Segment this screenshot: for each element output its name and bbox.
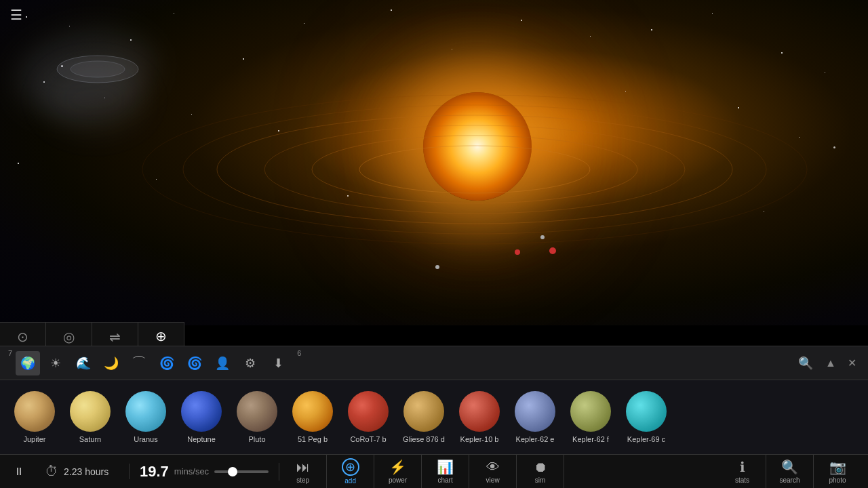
space-background <box>0 0 868 325</box>
kepler62f-sphere <box>570 391 611 432</box>
control-bar: ⏸ ⏱ 2.23 hours 19.7 mins/sec ⏭ step ⊕ ad… <box>0 454 868 488</box>
time-value: 2.23 hours <box>64 466 108 477</box>
sim-label: sim <box>535 476 546 484</box>
stats-label: stats <box>735 476 749 484</box>
gliese876d-label: Gliese 876 d <box>403 435 445 443</box>
tool-bar: 7 🌍 ☀ 🌊 🌙 ⌒ 🌀 🌀 👤 ⚙ ⬇ 6 🔍 ▲ ✕ <box>0 346 868 380</box>
planet-neptune[interactable]: Neptune <box>174 388 229 447</box>
view-icon: 👁 <box>486 460 500 475</box>
view-label: view <box>486 476 500 484</box>
jupiter-sphere <box>14 391 55 432</box>
tool-arrows: ▲ ✕ <box>821 354 861 373</box>
uranus-label: Uranus <box>134 435 157 443</box>
speed-value: 19.7 <box>140 463 169 481</box>
tool-planet[interactable]: 🌍 <box>16 351 40 375</box>
planet-kepler69c[interactable]: Kepler-69 c <box>618 388 674 447</box>
tool-rings[interactable]: ⚙ <box>238 351 262 375</box>
kepler62e-label: Kepler-62 e <box>516 435 555 443</box>
jupiter-label: Jupiter <box>23 435 45 443</box>
planet-gliese876d[interactable]: Gliese 876 d <box>396 388 452 447</box>
corot7b-sphere <box>348 391 389 432</box>
planet-selector: Jupiter Saturn Uranus Neptune Pluto 51 P… <box>0 380 868 454</box>
tool-wave[interactable]: 🌊 <box>71 351 96 375</box>
uranus-sphere <box>125 391 166 432</box>
kepler10b-sphere <box>459 391 500 432</box>
corot7b-label: CoRoT-7 b <box>350 435 386 443</box>
speed-slider[interactable] <box>214 470 269 473</box>
tool-sun[interactable]: ☀ <box>43 351 68 375</box>
tool-gravity[interactable]: ⬇ <box>266 351 290 375</box>
step-icon: ⏭ <box>296 460 310 475</box>
tool-vortex[interactable]: 🌀 <box>155 351 179 375</box>
launch-icon: ⊕ <box>155 328 167 344</box>
search-label: search <box>779 476 800 484</box>
tool-search: 🔍 ▲ ✕ <box>793 351 861 375</box>
kepler69c-sphere <box>626 391 667 432</box>
photo-button[interactable]: 📷 photo <box>814 455 861 489</box>
close-tool[interactable]: ✕ <box>842 354 861 373</box>
tool-person[interactable]: 👤 <box>210 351 235 375</box>
planet-corot7b[interactable]: CoRoT-7 b <box>340 388 396 447</box>
bottom-area: 7 🌍 ☀ 🌊 🌙 ⌒ 🌀 🌀 👤 ⚙ ⬇ 6 🔍 ▲ ✕ Jupiter Sa… <box>0 346 868 488</box>
kepler10b-label: Kepler-10 b <box>460 435 499 443</box>
pluto-sphere <box>237 391 277 432</box>
power-icon: ⚡ <box>389 459 406 475</box>
saturn-sphere <box>70 391 111 432</box>
planet-jupiter[interactable]: Jupiter <box>7 388 62 447</box>
step-button[interactable]: ⏭ step <box>279 455 327 489</box>
kepler62e-sphere <box>515 391 555 432</box>
planet-51pegb[interactable]: 51 Peg b <box>285 388 340 447</box>
view-button[interactable]: 👁 view <box>469 455 517 489</box>
speed-unit: mins/sec <box>174 466 209 476</box>
tool-moon[interactable]: 🌙 <box>99 351 123 375</box>
power-button[interactable]: ⚡ power <box>374 455 422 489</box>
stats-button[interactable]: ℹ stats <box>719 455 766 489</box>
planet-kepler10b[interactable]: Kepler-10 b <box>452 388 507 447</box>
gliese876d-sphere <box>403 391 444 432</box>
add-icon: ⊕ <box>342 458 359 476</box>
neptune-label: Neptune <box>187 435 216 443</box>
chart-button[interactable]: 📊 chart <box>422 455 469 489</box>
sun <box>423 92 532 201</box>
photo-label: photo <box>829 476 846 484</box>
photo-icon: 📷 <box>829 459 846 475</box>
step-label: step <box>296 476 309 484</box>
badge-7: 7 <box>8 349 12 357</box>
neptune-sphere <box>181 391 222 432</box>
sim-button[interactable]: ⏺ sim <box>517 455 564 489</box>
pluto-label: Pluto <box>248 435 265 443</box>
tool-galaxy[interactable]: 🌀 <box>182 351 207 375</box>
pause-button[interactable]: ⏸ <box>7 460 31 484</box>
search-icon: 🔍 <box>781 459 798 475</box>
51pegb-sphere <box>292 391 333 432</box>
chart-icon: 📊 <box>437 459 454 475</box>
clock-icon: ⏱ <box>45 464 58 479</box>
add-button[interactable]: ⊕ add <box>327 455 374 489</box>
planet-kepler62e[interactable]: Kepler-62 e <box>507 388 563 447</box>
stats-icon: ℹ <box>740 459 745 475</box>
planet-uranus[interactable]: Uranus <box>118 388 174 447</box>
search-tool-icon[interactable]: 🔍 <box>793 351 818 375</box>
orbit-icon: ◎ <box>63 329 75 345</box>
kepler62f-label: Kepler-62 f <box>572 435 609 443</box>
saturn-label: Saturn <box>79 435 101 443</box>
power-label: power <box>389 476 407 484</box>
still-icon: ⊙ <box>17 329 28 345</box>
time-display: ⏱ 2.23 hours <box>35 464 130 479</box>
planet-pluto[interactable]: Pluto <box>229 388 285 447</box>
sim-icon: ⏺ <box>534 460 547 475</box>
tool-comet[interactable]: ⌒ <box>127 351 151 375</box>
speed-display: 19.7 mins/sec <box>130 463 279 481</box>
kepler69c-label: Kepler-69 c <box>627 435 665 443</box>
chart-label: chart <box>438 476 453 484</box>
planet-saturn[interactable]: Saturn <box>62 388 118 447</box>
search-button[interactable]: 🔍 search <box>766 455 814 489</box>
arrow-up[interactable]: ▲ <box>821 354 840 373</box>
badge-6: 6 <box>297 349 301 357</box>
planet-kepler62f[interactable]: Kepler-62 f <box>563 388 618 447</box>
binary-icon: ⇌ <box>109 329 121 345</box>
51pegb-label: 51 Peg b <box>298 435 328 443</box>
add-label: add <box>344 477 356 485</box>
menu-button[interactable]: ☰ <box>10 7 22 23</box>
